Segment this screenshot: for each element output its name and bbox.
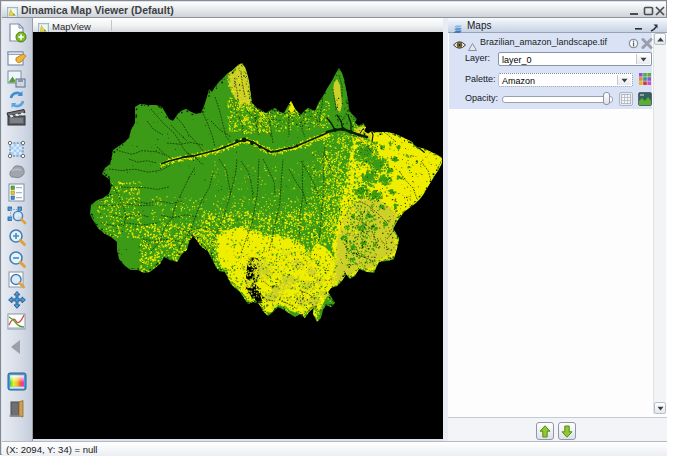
raster-layer-icon-svg — [468, 43, 477, 51]
app-window: Dinamica Map Viewer (Default) — [0, 0, 667, 455]
table-icon — [621, 94, 631, 104]
layer-close-icon[interactable] — [641, 35, 653, 46]
layer-combo-arrow-icon[interactable] — [636, 54, 650, 64]
layer-title: Brazilian_amazon_landscape.tif — [480, 37, 607, 47]
opacity-slider[interactable] — [502, 92, 612, 106]
palette-combo-arrow-icon[interactable] — [617, 75, 631, 85]
palette-editor-icon — [6, 372, 28, 393]
minimize-button-graphic-svg — [629, 5, 640, 17]
status-text: (X: 2094, Y: 34) = null — [6, 444, 97, 455]
palette-grid-icon — [639, 73, 651, 85]
info-icon-svg — [628, 38, 639, 49]
scroll-up-button[interactable] — [654, 33, 666, 45]
move-layer-down-button[interactable] — [558, 422, 576, 440]
new-map-icon — [6, 22, 28, 43]
select-region-icon — [6, 140, 28, 161]
map-thumbnail-button[interactable] — [638, 92, 652, 106]
panel-minimize-button[interactable] — [634, 18, 644, 30]
save-image-button[interactable] — [5, 69, 29, 90]
scroll-down-button[interactable] — [654, 402, 666, 414]
select-region-button[interactable] — [5, 140, 29, 161]
clear-selection-icon — [6, 162, 28, 183]
palette-combo[interactable]: Amazon — [498, 73, 633, 87]
panel-float-button-graphic-svg — [649, 22, 660, 33]
move-layer-up-button[interactable] — [536, 422, 554, 440]
palette-combo-arrow-icon-svg — [621, 78, 628, 83]
open-map-icon — [6, 48, 28, 69]
record-animation-icon — [6, 108, 28, 129]
record-animation-button[interactable] — [5, 108, 29, 129]
status-bar: (X: 2094, Y: 34) = null — [2, 441, 667, 456]
zoom-full-extent-icon — [6, 270, 28, 291]
visibility-eye-icon[interactable] — [453, 36, 466, 46]
zoom-in-icon — [6, 227, 28, 248]
panel-minimize-button-graphic-svg — [634, 20, 644, 32]
layer-combo[interactable]: layer_0 — [498, 52, 652, 66]
zoom-in-button[interactable] — [5, 227, 29, 248]
maps-panel: Maps — [448, 17, 667, 441]
panel-bottom-bar — [448, 417, 667, 443]
zoom-to-selection-icon — [6, 205, 28, 226]
refresh-button[interactable] — [5, 89, 29, 110]
layer-label: Layer: — [465, 53, 490, 63]
arrow-down-icon — [561, 425, 573, 438]
back-button[interactable] — [5, 337, 29, 358]
layer-combo-value: layer_0 — [502, 55, 532, 65]
back-icon — [6, 337, 28, 358]
map-thumbnail-icon — [639, 93, 651, 105]
show-legend-icon — [6, 182, 28, 203]
window-title: Dinamica Map Viewer (Default) — [21, 4, 174, 16]
left-toolbar — [2, 17, 33, 441]
close-button-graphic-svg — [654, 4, 666, 17]
maps-icon — [452, 20, 464, 30]
layer-close-icon-svg — [641, 38, 653, 49]
app-icon — [7, 4, 18, 15]
opacity-slider-track[interactable] — [502, 96, 613, 103]
save-image-icon — [6, 69, 28, 90]
info-icon[interactable] — [628, 35, 639, 46]
tab-separator — [111, 20, 112, 31]
maps-panel-header: Maps — [448, 18, 667, 33]
open-map-button[interactable] — [5, 48, 29, 69]
show-chart-button[interactable] — [5, 312, 29, 333]
layer-card: Brazilian_amazon_landscape.tif Layer: — [449, 33, 652, 109]
scroll-up-button-graphic-svg — [657, 37, 664, 42]
maximize-button-graphic-svg — [643, 5, 654, 17]
map-canvas[interactable] — [33, 32, 443, 439]
maps-panel-title: Maps — [467, 20, 491, 31]
zoom-to-selection-button[interactable] — [5, 205, 29, 226]
mapview-tabbar: MapView — [33, 17, 443, 32]
visibility-eye-icon-svg — [453, 40, 466, 50]
opacity-table-button[interactable] — [619, 92, 633, 106]
panel-scrollbar[interactable] — [653, 33, 666, 414]
map-canvas-graphic-svg — [33, 32, 443, 439]
panel-float-button[interactable] — [649, 19, 660, 30]
close-button[interactable] — [654, 4, 666, 18]
zoom-out-button[interactable] — [5, 249, 29, 270]
mapview-tab-icon — [38, 20, 49, 31]
screen: Dinamica Map Viewer (Default) — [0, 0, 693, 457]
mapview-tab[interactable]: MapView — [52, 21, 91, 32]
palette-grid-button[interactable] — [638, 73, 652, 87]
scroll-down-button-graphic-svg — [657, 406, 664, 411]
layer-combo-arrow-icon-svg — [640, 57, 647, 62]
show-chart-icon — [6, 312, 28, 333]
palette-combo-value: Amazon — [502, 76, 535, 86]
new-map-button[interactable] — [5, 22, 29, 43]
zoom-out-icon — [6, 249, 28, 270]
refresh-icon — [6, 89, 28, 110]
show-legend-button[interactable] — [5, 182, 29, 203]
exit-icon — [6, 399, 28, 420]
opacity-label: Opacity: — [465, 93, 498, 103]
raster-layer-icon — [468, 37, 477, 45]
palette-editor-button[interactable] — [5, 372, 29, 393]
palette-label: Palette: — [465, 74, 496, 84]
pan-button[interactable] — [5, 290, 29, 311]
arrow-up-icon — [539, 425, 551, 438]
exit-button[interactable] — [5, 399, 29, 420]
opacity-slider-thumb[interactable] — [603, 92, 610, 105]
window-titlebar: Dinamica Map Viewer (Default) — [2, 2, 666, 18]
zoom-full-extent-button[interactable] — [5, 270, 29, 291]
pan-icon — [6, 290, 28, 311]
clear-selection-button[interactable] — [5, 162, 29, 183]
